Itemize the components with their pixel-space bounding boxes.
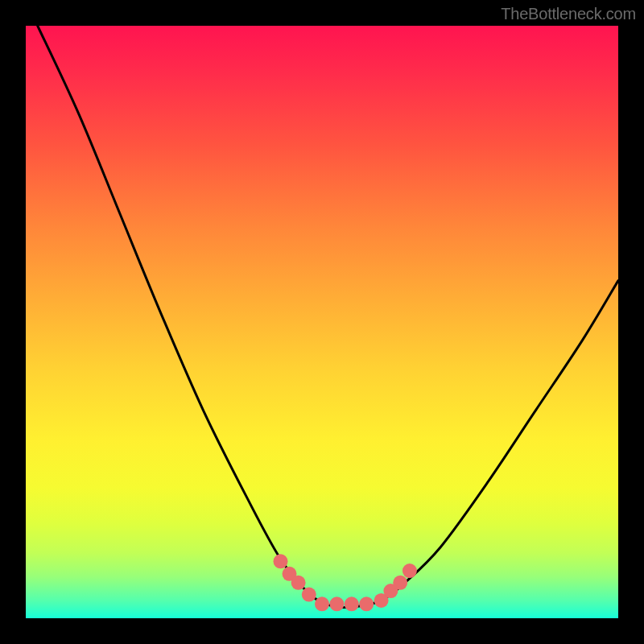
curve-marker	[302, 588, 316, 602]
chart-plot-area	[26, 26, 618, 618]
curve-marker	[291, 576, 306, 590]
marker-group	[274, 554, 417, 611]
curve-line	[38, 26, 618, 608]
curve-marker	[402, 564, 417, 578]
curve-marker	[345, 597, 359, 611]
chart-frame: TheBottleneck.com	[0, 0, 644, 644]
curve-marker	[329, 597, 344, 611]
attribution-label: TheBottleneck.com	[501, 5, 636, 23]
curve-marker	[315, 597, 329, 611]
curve-marker	[393, 576, 407, 590]
curve-marker	[274, 554, 288, 568]
curve-marker	[359, 597, 374, 611]
chart-svg	[26, 26, 618, 618]
